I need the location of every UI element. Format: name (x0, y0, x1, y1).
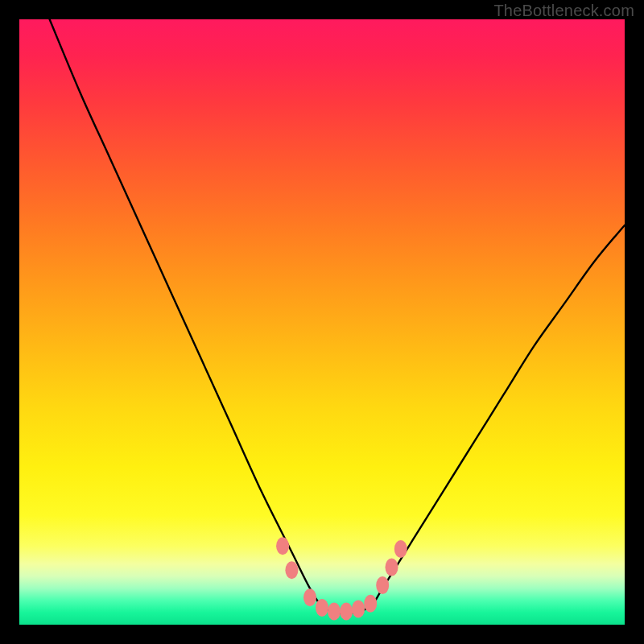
valley-marker (340, 603, 353, 621)
chart-frame: TheBottleneck.com (0, 0, 644, 644)
valley-marker (352, 600, 365, 617)
valley-marker (386, 559, 398, 576)
valley-marker (303, 588, 316, 606)
bottleneck-curve (50, 19, 625, 613)
plot-area (19, 19, 625, 625)
valley-marker (316, 599, 328, 617)
curve-layer (19, 19, 625, 625)
valley-marker (276, 537, 289, 555)
watermark-text: TheBottleneck.com (493, 2, 634, 20)
valley-marker (364, 595, 377, 613)
valley-marker (394, 540, 407, 558)
valley-marker (376, 576, 389, 594)
valley-marker (285, 561, 298, 579)
curve-path (50, 19, 625, 613)
valley-marker (328, 603, 341, 621)
